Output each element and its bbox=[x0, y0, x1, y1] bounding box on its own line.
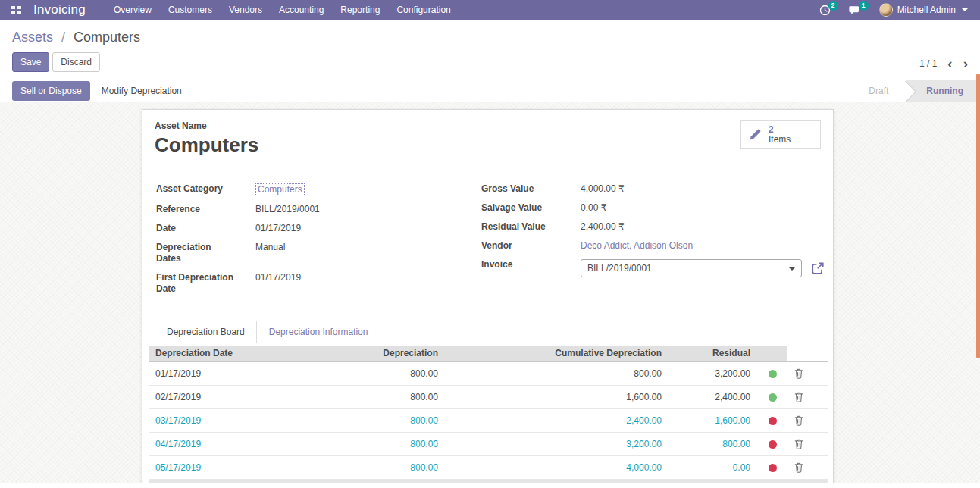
depreciation-date-cell[interactable]: 05/17/2019 bbox=[149, 455, 323, 479]
systray: 2 1 Mitchell Admin bbox=[812, 0, 975, 20]
depreciation-date-cell[interactable]: 04/17/2019 bbox=[149, 432, 323, 455]
delete-cell[interactable] bbox=[787, 361, 828, 385]
horizontal-scrollbar[interactable] bbox=[149, 480, 828, 483]
field-input-first-depreciation-date[interactable]: 01/17/2019 bbox=[255, 272, 301, 283]
discard-button[interactable]: Discard bbox=[52, 52, 100, 72]
depreciation-row[interactable]: 02/17/2019800.001,600.002,400.00 bbox=[149, 385, 828, 408]
residual-cell[interactable]: 1,600.00 bbox=[668, 408, 757, 432]
unposted-dot-icon bbox=[769, 464, 777, 472]
delete-row-button[interactable] bbox=[794, 392, 822, 402]
field-input-date[interactable]: 01/17/2019 bbox=[255, 223, 301, 233]
field-link-vendor[interactable]: Deco Addict, Addison Olson bbox=[581, 240, 693, 251]
depreciation-cell[interactable]: 800.00 bbox=[323, 361, 445, 385]
depreciation-row[interactable]: 05/17/2019800.004,000.000.00 bbox=[149, 455, 828, 479]
field-input-depreciation-dates[interactable]: Manual bbox=[255, 242, 285, 252]
trash-icon bbox=[794, 368, 803, 379]
field-value-residual-value: 2,400.00 ₹ bbox=[571, 217, 825, 236]
pager: 1 / 1 ‹ › bbox=[919, 58, 968, 69]
field-value-asset-category: Computers bbox=[246, 180, 454, 200]
cumulative-depreciation-cell[interactable]: 2,400.00 bbox=[445, 408, 668, 432]
form-view: Asset Name Computers 2 Items Asset Categ… bbox=[0, 102, 980, 483]
depreciation-row[interactable]: 01/17/2019800.00800.003,200.00 bbox=[149, 361, 828, 385]
depreciation-date-cell[interactable]: 03/17/2019 bbox=[149, 408, 323, 432]
pager-next-icon[interactable]: › bbox=[963, 58, 968, 69]
state-running[interactable]: Running bbox=[906, 80, 980, 102]
column-depreciation-date[interactable]: Depreciation Date bbox=[149, 346, 323, 361]
depreciation-row[interactable]: 03/17/2019800.002,400.001,600.00 bbox=[149, 408, 828, 432]
nav-item-configuration[interactable]: Configuration bbox=[388, 0, 459, 20]
tab-depreciation-information[interactable]: Depreciation Information bbox=[257, 321, 380, 343]
field-label-depreciation-dates: Depreciation Dates bbox=[156, 238, 246, 268]
user-menu[interactable]: Mitchell Admin bbox=[872, 3, 975, 17]
depreciation-cell[interactable]: 800.00 bbox=[323, 408, 445, 432]
depreciation-date-cell[interactable]: 01/17/2019 bbox=[149, 361, 323, 385]
delete-cell[interactable] bbox=[787, 432, 828, 455]
posting-status-cell bbox=[757, 361, 787, 385]
vertical-scrollbar-thumb[interactable] bbox=[976, 74, 980, 358]
form-sheet: Asset Name Computers 2 Items Asset Categ… bbox=[142, 109, 834, 483]
field-input-asset-category[interactable]: Computers bbox=[255, 183, 305, 196]
external-link-icon[interactable] bbox=[811, 261, 825, 275]
depreciation-cell[interactable]: 800.00 bbox=[323, 432, 445, 455]
pencil-icon bbox=[749, 128, 762, 141]
cumulative-depreciation-cell[interactable]: 3,200.00 bbox=[445, 432, 668, 455]
items-label: Items bbox=[769, 135, 791, 144]
field-value-date: 01/17/2019 bbox=[246, 219, 454, 238]
activities-menu[interactable]: 2 bbox=[812, 0, 838, 20]
delete-cell[interactable] bbox=[787, 385, 828, 408]
breadcrumb-assets-link[interactable]: Assets bbox=[12, 30, 53, 45]
nav-item-accounting[interactable]: Accounting bbox=[271, 0, 332, 20]
column-cumulative-depreciation[interactable]: Cumulative Depreciation bbox=[445, 346, 668, 361]
depreciation-cell[interactable]: 800.00 bbox=[323, 455, 445, 479]
column-depreciation[interactable]: Depreciation bbox=[323, 346, 445, 361]
delete-row-button[interactable] bbox=[794, 439, 822, 449]
activities-badge: 2 bbox=[828, 1, 838, 11]
messages-badge: 1 bbox=[859, 1, 869, 11]
state-draft[interactable]: Draft bbox=[853, 80, 906, 102]
delete-row-button[interactable] bbox=[794, 415, 822, 426]
field-groups: Asset CategoryComputersReferenceBILL/201… bbox=[155, 180, 821, 299]
depreciation-row[interactable]: 04/17/2019800.003,200.00800.00 bbox=[149, 432, 828, 455]
nav-item-vendors[interactable]: Vendors bbox=[221, 0, 271, 20]
delete-cell[interactable] bbox=[787, 455, 828, 479]
nav-item-overview[interactable]: Overview bbox=[105, 0, 160, 20]
column-residual[interactable]: Residual bbox=[668, 346, 757, 361]
residual-cell[interactable]: 800.00 bbox=[668, 432, 757, 455]
save-button[interactable]: Save bbox=[12, 52, 49, 72]
pager-previous-icon[interactable]: ‹ bbox=[947, 58, 952, 69]
invoice-dropdown-value: BILL/2019/0001 bbox=[587, 263, 652, 274]
invoice-dropdown[interactable]: BILL/2019/0001 bbox=[581, 259, 802, 277]
field-input-reference[interactable]: BILL/2019/0001 bbox=[255, 204, 320, 214]
app-name[interactable]: Invoicing bbox=[33, 2, 86, 17]
cumulative-depreciation-cell[interactable]: 1,600.00 bbox=[445, 385, 668, 408]
sell-or-dispose-button[interactable]: Sell or Dispose bbox=[12, 81, 90, 101]
cumulative-depreciation-cell[interactable]: 800.00 bbox=[445, 361, 668, 385]
residual-cell[interactable]: 3,200.00 bbox=[668, 361, 757, 385]
cumulative-depreciation-cell[interactable]: 4,000.00 bbox=[445, 455, 668, 479]
field-value-gross-value: 4,000.00 ₹ bbox=[571, 180, 825, 199]
field-value-first-depreciation-date: 01/17/2019 bbox=[246, 268, 454, 299]
messages-menu[interactable]: 1 bbox=[841, 0, 869, 20]
asset-name-label: Asset Name bbox=[155, 120, 821, 131]
asset-name-value[interactable]: Computers bbox=[155, 133, 821, 157]
delete-row-button[interactable] bbox=[794, 462, 822, 473]
field-input-gross-value[interactable]: 4,000.00 ₹ bbox=[581, 183, 625, 194]
invoice-external-link[interactable] bbox=[811, 261, 825, 275]
field-label-salvage-value: Salvage Value bbox=[481, 199, 571, 217]
residual-cell[interactable]: 0.00 bbox=[668, 455, 757, 479]
depreciation-cell[interactable]: 800.00 bbox=[323, 385, 445, 408]
modify-depreciation-button[interactable]: Modify Depreciation bbox=[93, 81, 190, 101]
apps-menu-button[interactable] bbox=[5, 0, 27, 20]
delete-row-button[interactable] bbox=[794, 368, 822, 379]
user-avatar bbox=[879, 3, 893, 17]
field-input-salvage-value[interactable]: 0.00 ₹ bbox=[581, 202, 606, 213]
items-stat-button[interactable]: 2 Items bbox=[740, 120, 821, 149]
nav-item-reporting[interactable]: Reporting bbox=[332, 0, 388, 20]
residual-cell[interactable]: 2,400.00 bbox=[668, 385, 757, 408]
field-input-residual-value[interactable]: 2,400.00 ₹ bbox=[581, 221, 625, 232]
delete-cell[interactable] bbox=[787, 408, 828, 432]
depreciation-date-cell[interactable]: 02/17/2019 bbox=[149, 385, 323, 408]
nav-item-customers[interactable]: Customers bbox=[160, 0, 221, 20]
statusbar-buttons: Sell or Dispose Modify Depreciation bbox=[12, 81, 190, 101]
tab-depreciation-board[interactable]: Depreciation Board bbox=[155, 321, 257, 343]
